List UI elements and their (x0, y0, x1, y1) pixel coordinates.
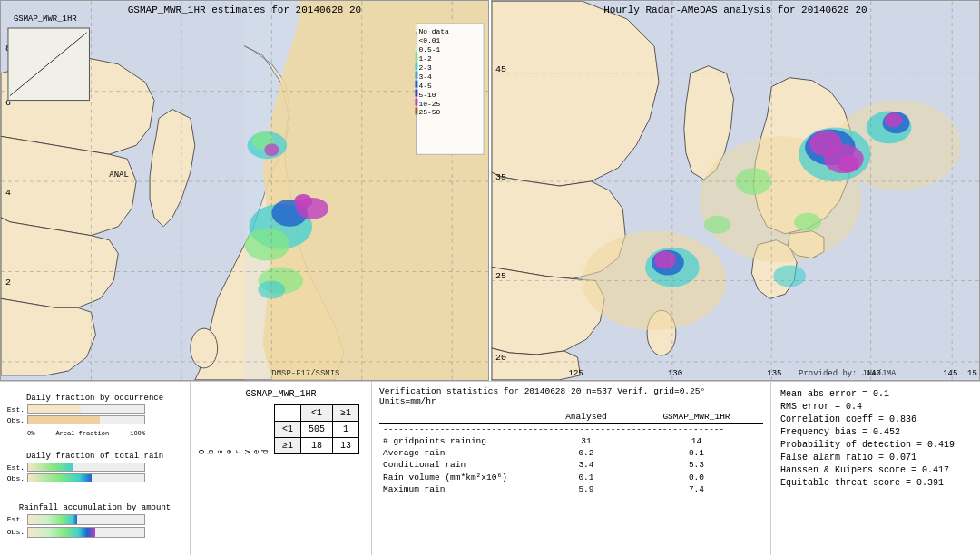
chart-area: Daily fraction by occurrence Est. Obs. (0, 382, 191, 555)
row-label-3: Rain volume (mm*km²x10⁶) (379, 471, 543, 483)
svg-text:2: 2 (5, 278, 11, 287)
svg-point-80 (885, 112, 903, 127)
svg-text:145: 145 (943, 369, 957, 378)
svg-text:130: 130 (668, 369, 682, 378)
axis-start-1: 0% (27, 430, 34, 437)
cell-505: 505 (301, 422, 333, 438)
row-label-0: # gridpoints raining (379, 435, 543, 447)
svg-point-8 (191, 328, 218, 368)
row-gsmap-3: 0.0 (630, 471, 763, 483)
obs-label-1: Obs. (5, 416, 24, 424)
svg-text:3-4: 3-4 (418, 73, 432, 81)
svg-point-85 (794, 213, 821, 231)
row-analysed-4: 5.9 (543, 483, 630, 495)
mean-abs-error: Mean abs error = 0.1 (780, 389, 971, 399)
occurrence-chart-title: Daily fraction by occurrence (5, 394, 185, 403)
row-label-1: Average rain (379, 447, 543, 459)
hanssen-kuipers: Hanssen & Kuipers score = 0.417 (780, 465, 971, 475)
svg-text:Provided by: JWA/JMA: Provided by: JWA/JMA (799, 369, 897, 378)
occurrence-bar-chart: Est. Obs. (5, 404, 185, 424)
left-map-svg: 8 6 4 2 GSMAP_MWR_1HR ANAL No data <0.01… (1, 1, 488, 380)
svg-rect-42 (415, 35, 417, 43)
table-row: Conditional rain 3.4 5.3 (379, 459, 763, 471)
svg-text:45: 45 (495, 64, 506, 74)
svg-text:15: 15 (967, 369, 977, 378)
svg-text:4: 4 (5, 188, 11, 198)
row-header-ge1: ≥1 (275, 438, 301, 454)
right-map-svg: 45 35 25 20 125 130 135 140 145 15 Provi… (492, 1, 979, 380)
row-analysed-3: 0.1 (543, 471, 630, 483)
row-header-lt1: <1 (275, 422, 301, 438)
table-row: Average rain 0.2 0.1 (379, 447, 763, 459)
bottom-section: Daily fraction by occurrence Est. Obs. (0, 381, 980, 555)
svg-rect-46 (415, 54, 417, 61)
axis-end-1: 100% (130, 430, 145, 437)
row-gsmap-0: 14 (630, 435, 763, 447)
svg-point-12 (245, 229, 290, 261)
col-header-ge1: ≥1 (333, 405, 359, 422)
col-header-gsmap: GSMAP_MWR_1HR (630, 411, 763, 424)
svg-text:25: 25 (495, 271, 506, 281)
freq-bias: Frequency bias = 0.452 (780, 427, 971, 437)
verification-table: Analysed GSMAP_MWR_1HR -----------------… (379, 411, 763, 495)
est-label-2: Est. (5, 463, 24, 472)
col-header-lt1: <1 (301, 405, 333, 422)
cell-13: 13 (333, 438, 359, 454)
rain-chart-title: Daily fraction of total rain (5, 452, 185, 461)
row-gsmap-1: 0.1 (630, 447, 763, 459)
col-header-analysed: Analysed (543, 411, 630, 424)
svg-text:125: 125 (569, 369, 583, 378)
svg-text:ANAL: ANAL (109, 170, 128, 180)
svg-point-86 (773, 266, 806, 287)
left-map-title: GSMAP_MWR_1HR estimates for 20140628 20 (128, 5, 361, 15)
svg-rect-56 (415, 99, 417, 106)
svg-text:135: 135 (767, 369, 781, 378)
verification-title: Verification statistics for 20140628 20 … (379, 386, 763, 406)
verification-stats-area: Verification statistics for 20140628 20 … (372, 382, 771, 555)
obs-label-2: Obs. (5, 474, 24, 482)
svg-text:5-10: 5-10 (418, 91, 436, 99)
cell-18: 18 (301, 438, 333, 454)
row-gsmap-4: 7.4 (630, 483, 763, 495)
row-analysed-1: 0.2 (543, 447, 630, 459)
svg-text:10-25: 10-25 (418, 100, 440, 108)
table-row: Rain volume (mm*km²x10⁶) 0.1 0.0 (379, 471, 763, 483)
svg-point-83 (654, 251, 676, 269)
prob-detection: Probability of detection = 0.419 (780, 440, 971, 450)
obs-label-3: Obs. (5, 528, 24, 536)
right-map-title: Hourly Radar-AMeDAS analysis for 2014062… (603, 5, 867, 15)
right-map-panel: Hourly Radar-AMeDAS analysis for 2014062… (491, 0, 980, 381)
svg-text:GSMAP_MWR_1HR: GSMAP_MWR_1HR (14, 15, 77, 24)
svg-point-87 (704, 216, 731, 234)
equitable-threat: Equitable threat score = 0.391 (780, 478, 971, 488)
svg-text:25-50: 25-50 (418, 108, 440, 116)
false-alarm-ratio: False alarm ratio = 0.071 (780, 453, 971, 462)
row-gsmap-2: 5.3 (630, 459, 763, 471)
contingency-table: <1 ≥1 <1 505 1 ≥1 18 13 (274, 404, 359, 454)
axis-label-1: Areal fraction (55, 430, 109, 437)
maps-section: GSMAP_MWR_1HR estimates for 20140628 20 (0, 0, 980, 381)
rain-bar-chart: Est. Obs. (5, 462, 185, 482)
accumulation-chart-title: Rainfall accumulation by amount (5, 503, 185, 512)
svg-text:1-2: 1-2 (418, 54, 432, 63)
est-label-1: Est. (5, 405, 24, 414)
svg-text:DMSP-F17/SSMIS: DMSP-F17/SSMIS (271, 369, 339, 378)
svg-rect-58 (415, 108, 417, 115)
obs-vertical-label: Observed (198, 414, 270, 454)
left-map-panel: GSMAP_MWR_1HR estimates for 20140628 20 (0, 0, 489, 381)
right-stats-area: Mean abs error = 0.1 RMS error = 0.4 Cor… (771, 382, 980, 555)
svg-text:2-3: 2-3 (418, 63, 432, 72)
svg-text:No data: No data (418, 27, 449, 35)
svg-rect-48 (415, 63, 417, 70)
svg-text:0.5-1: 0.5-1 (418, 45, 440, 54)
table-row: Maximum rain 5.9 7.4 (379, 483, 763, 495)
main-container: GSMAP_MWR_1HR estimates for 20140628 20 (0, 0, 980, 555)
svg-rect-54 (415, 90, 417, 97)
svg-rect-40 (415, 24, 417, 32)
svg-rect-44 (415, 44, 417, 52)
contingency-area: GSMAP_MWR_1HR Observed <1 ≥1 <1 505 1 (191, 382, 372, 555)
contingency-title: GSMAP_MWR_1HR (198, 389, 364, 399)
svg-rect-52 (415, 81, 417, 88)
row-label-2: Conditional rain (379, 459, 543, 471)
rms-error: RMS error = 0.4 (780, 402, 971, 412)
